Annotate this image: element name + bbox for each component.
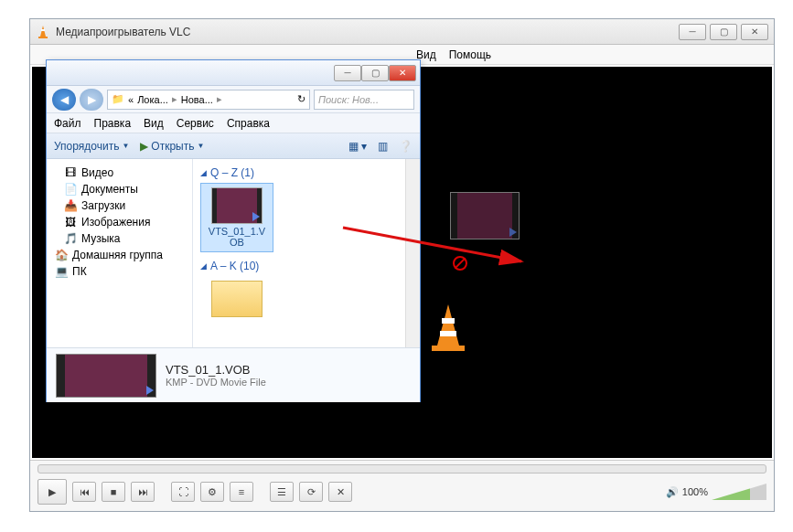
equalizer-button[interactable]: ≡: [230, 482, 253, 502]
chevron-right-icon: ▸: [172, 93, 177, 105]
computer-icon: 💻: [54, 265, 69, 278]
collapse-icon: ◢: [200, 261, 207, 271]
document-icon: 📄: [63, 183, 78, 196]
scrollbar[interactable]: [405, 159, 420, 347]
tree-item-downloads[interactable]: 📥Загрузки: [50, 197, 188, 214]
preview-pane-icon[interactable]: ▥: [378, 140, 388, 153]
nav-forward-button[interactable]: ▶: [80, 89, 103, 111]
open-button[interactable]: ▶Открыть▼: [140, 140, 204, 153]
stop-button[interactable]: ■: [102, 482, 125, 502]
download-icon: 📥: [63, 199, 78, 212]
refresh-icon[interactable]: ↻: [297, 93, 305, 105]
explorer-titlebar[interactable]: ─ ▢ ✕: [47, 60, 420, 86]
tree-item-music[interactable]: 🎵Музыка: [50, 230, 188, 247]
play-overlay-icon: [252, 212, 260, 221]
mute-icon[interactable]: 🔊: [666, 486, 679, 498]
details-filename: VTS_01_1.VOB: [166, 363, 266, 377]
menu-tools[interactable]: Сервис: [177, 117, 214, 130]
svg-rect-6: [440, 331, 456, 336]
crumb-2[interactable]: Нова...: [181, 94, 213, 105]
collapse-icon: ◢: [200, 168, 207, 177]
next-button[interactable]: ⏭: [131, 482, 155, 502]
help-icon[interactable]: ❔: [399, 140, 413, 153]
organize-button[interactable]: Упорядочить▼: [54, 140, 129, 153]
svg-marker-3: [437, 304, 459, 346]
vlc-maximize-button[interactable]: ▢: [710, 24, 737, 40]
file-list[interactable]: ◢Q – Z (1) VTS_01_1.VOB ◢A – K (10): [193, 159, 405, 347]
vlc-cone-icon: [36, 25, 50, 39]
menu-view[interactable]: Вид: [144, 117, 164, 130]
pictures-icon: 🖼: [63, 216, 78, 229]
loop-button[interactable]: ⟳: [299, 482, 323, 502]
file-tile[interactable]: VTS_01_1.VOB: [200, 183, 273, 252]
vlc-titlebar[interactable]: Медиапроигрыватель VLC ─ ▢ ✕: [30, 19, 774, 45]
homegroup-icon: 🏠: [54, 249, 69, 261]
explorer-minimize-button[interactable]: ─: [334, 65, 361, 81]
folder-icon: [211, 281, 263, 317]
ext-settings-button[interactable]: ⚙: [200, 482, 224, 502]
file-tile[interactable]: [200, 276, 273, 324]
fullscreen-button[interactable]: ⛶: [171, 482, 195, 502]
svg-rect-1: [38, 37, 48, 38]
explorer-nav: ◀ ▶ 📁 « Лока... ▸ Нова... ▸ ↻ Поиск: Нов…: [47, 86, 420, 113]
menu-help[interactable]: Справка: [227, 117, 270, 130]
prev-button[interactable]: ⏮: [72, 482, 96, 502]
details-pane: VTS_01_1.VOB KMP - DVD Movie File: [47, 347, 420, 402]
playlist-button[interactable]: ☰: [270, 482, 294, 502]
svg-rect-5: [442, 318, 455, 324]
volume-slider[interactable]: [712, 484, 766, 500]
drag-ghost: [448, 192, 521, 245]
play-button[interactable]: ▶: [38, 479, 67, 505]
explorer-menubar: Файл Правка Вид Сервис Справка: [47, 113, 420, 133]
vlc-window-title: Медиапроигрыватель VLC: [56, 26, 679, 38]
tree-item-homegroup[interactable]: 🏠Домашняя группа: [50, 247, 188, 263]
crumb-1[interactable]: Лока...: [137, 94, 168, 105]
explorer-window: ─ ▢ ✕ ◀ ▶ 📁 « Лока... ▸ Нова... ▸ ↻ Поис…: [46, 59, 421, 402]
folder-icon: 📁: [112, 93, 124, 105]
explorer-close-button[interactable]: ✕: [389, 65, 416, 81]
tree-item-computer[interactable]: 💻ПК: [50, 263, 188, 280]
crumb-prefix: «: [128, 94, 134, 105]
view-options-icon[interactable]: ▦ ▾: [348, 140, 367, 153]
menu-edit[interactable]: Правка: [94, 117, 132, 130]
explorer-toolbar: Упорядочить▼ ▶Открыть▼ ▦ ▾ ▥ ❔: [47, 133, 420, 159]
tree-item-pictures[interactable]: 🖼Изображения: [50, 214, 188, 230]
explorer-maximize-button[interactable]: ▢: [361, 65, 389, 81]
menu-file[interactable]: Файл: [54, 117, 81, 130]
seek-bar[interactable]: [38, 464, 766, 473]
group-header-qz[interactable]: ◢Q – Z (1): [200, 166, 398, 179]
shuffle-button[interactable]: ✕: [328, 482, 352, 502]
video-icon: 🎞: [63, 166, 78, 179]
details-thumb: [56, 354, 156, 398]
video-thumb-icon: [450, 192, 520, 239]
nav-tree[interactable]: 🎞Видео 📄Документы 📥Загрузки 🖼Изображения…: [47, 159, 193, 347]
play-overlay-icon: [509, 228, 517, 237]
nav-back-button[interactable]: ◀: [52, 89, 76, 111]
vlc-close-button[interactable]: ✕: [741, 24, 768, 40]
music-icon: 🎵: [63, 232, 78, 245]
no-drop-icon: [453, 256, 467, 271]
tree-item-documents[interactable]: 📄Документы: [50, 181, 188, 197]
svg-rect-4: [432, 346, 465, 351]
vlc-menu-help[interactable]: Помощь: [449, 48, 491, 61]
tree-item-videos[interactable]: 🎞Видео: [50, 165, 188, 181]
volume-label: 100%: [682, 486, 708, 497]
group-header-ak[interactable]: ◢A – K (10): [200, 260, 398, 272]
details-filetype: KMP - DVD Movie File: [166, 377, 266, 388]
svg-rect-2: [41, 29, 45, 31]
file-label: VTS_01_1.VOB: [205, 226, 269, 248]
play-overlay-icon: [146, 386, 154, 395]
vlc-controls: ▶ ⏮ ■ ⏭ ⛶ ⚙ ≡ ☰ ⟳ ✕ 🔊 100%: [30, 460, 774, 511]
chevron-right-icon: ▸: [217, 93, 222, 105]
video-thumb-icon: [211, 187, 263, 224]
vlc-minimize-button[interactable]: ─: [679, 24, 706, 40]
search-input[interactable]: Поиск: Нов...: [314, 90, 414, 110]
breadcrumb[interactable]: 📁 « Лока... ▸ Нова... ▸ ↻: [107, 90, 310, 110]
vlc-logo-icon: [421, 300, 476, 355]
